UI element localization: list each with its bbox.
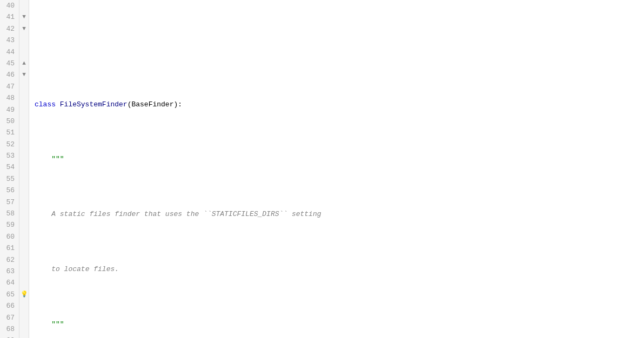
code-line-43: A static files finder that uses the ``ST… [35,208,644,220]
code-line-42: """ [35,153,644,165]
code-content: class FileSystemFinder(BaseFinder): """ … [29,0,644,338]
code-line-45: """ [35,319,644,330]
code-editor: 40 41 42 43 44 45 46 47 48 49 50 51 52 5… [0,0,644,338]
line-numbers: 40 41 42 43 44 45 46 47 48 49 50 51 52 5… [0,0,19,338]
code-line-40 [35,44,644,55]
gutter-icons: ▼ ▼ ▲ ▼ 💡 ▼ [19,0,29,338]
code-line-44: to locate files. [35,263,644,275]
code-line-41: class FileSystemFinder(BaseFinder): [35,99,644,110]
